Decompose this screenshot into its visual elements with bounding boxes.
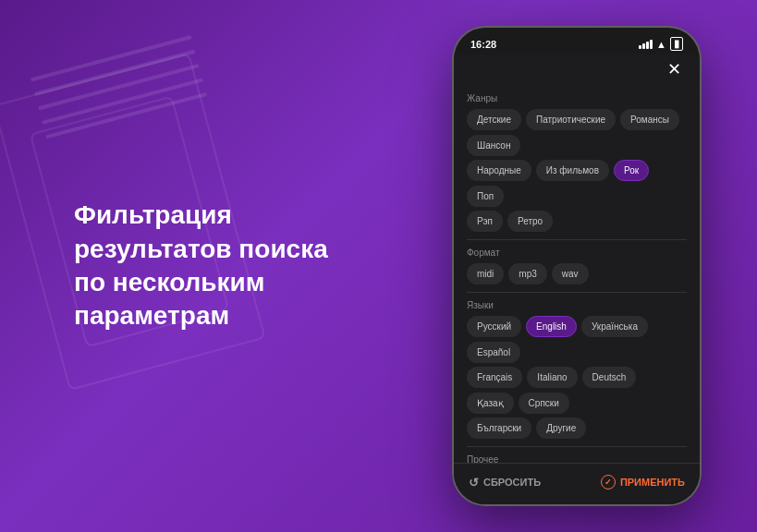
wifi-icon: ▲ [656, 39, 666, 50]
tag-mp3[interactable]: mp3 [508, 263, 546, 284]
reset-label: СБРОСИТЬ [483, 477, 541, 488]
hero-line-1: Фильтрация [74, 199, 370, 232]
signal-bars-icon [639, 40, 653, 49]
tag-поп[interactable]: Поп [467, 186, 504, 207]
tag-español[interactable]: Español [467, 342, 520, 363]
hero-line-2: результатов поиска [74, 233, 370, 266]
other-label: Прочее [467, 454, 687, 463]
tag-български[interactable]: Български [467, 417, 531, 439]
status-time: 16:28 [470, 39, 496, 50]
format-label: Формат [467, 248, 687, 258]
content-area: Фильтрация результатов поиска по несколь… [0, 0, 757, 532]
tag-патриотические[interactable]: Патриотические [526, 109, 616, 130]
languages-row-2: Français Italiano Deutsch Қазақ Српски [467, 367, 687, 414]
tag-українська[interactable]: Українська [581, 316, 648, 337]
apply-button[interactable]: ✓ ПРИМЕНИТЬ [601, 475, 685, 490]
divider-1 [467, 239, 687, 240]
phone-screen: ✕ Жанры Детские Патриотические Романсы Ш… [454, 54, 700, 504]
divider-2 [467, 292, 687, 293]
genres-row-2: Народные Из фильмов Рок Поп [467, 160, 687, 207]
languages-section: Языки Русский English Українська Español… [467, 300, 687, 439]
hero-line-4: параметрам [74, 299, 370, 332]
apply-label: ПРИМЕНИТЬ [620, 477, 685, 488]
tag-шансон[interactable]: Шансон [467, 135, 520, 156]
format-row-1: midi mp3 wav [467, 263, 687, 284]
tag-wav[interactable]: wav [552, 263, 589, 284]
tag-рок[interactable]: Рок [614, 160, 649, 181]
close-button[interactable]: ✕ [663, 58, 685, 80]
divider-3 [467, 446, 687, 447]
reset-button[interactable]: ↺ СБРОСИТЬ [469, 476, 541, 490]
languages-label: Языки [467, 300, 687, 310]
genres-row-1: Детские Патриотические Романсы Шансон [467, 109, 687, 156]
tag-из-фильмов[interactable]: Из фильмов [536, 160, 609, 181]
phone-notch [571, 35, 582, 46]
genres-row-3: Рэп Ретро [467, 211, 687, 232]
tag-midi[interactable]: midi [467, 263, 504, 284]
languages-row-3: Български Другие [467, 417, 687, 439]
format-section: Формат midi mp3 wav [467, 248, 687, 284]
languages-row-1: Русский English Українська Español [467, 316, 687, 363]
tag-народные[interactable]: Народные [467, 160, 531, 181]
apply-icon: ✓ [601, 475, 616, 490]
hero-text: Фильтрация результатов поиска по несколь… [74, 199, 370, 333]
tag-français[interactable]: Français [467, 367, 522, 388]
other-section: Прочее Только дуэты [467, 454, 687, 463]
tag-романсы[interactable]: Романсы [620, 109, 679, 130]
tag-српски[interactable]: Српски [519, 393, 569, 414]
screen-content: Жанры Детские Патриотические Романсы Шан… [454, 88, 700, 463]
genres-section: Жанры Детские Патриотические Романсы Шан… [467, 93, 687, 232]
tag-русский[interactable]: Русский [467, 316, 521, 337]
tag-қазақ[interactable]: Қазақ [467, 393, 514, 414]
tag-english[interactable]: English [526, 316, 577, 337]
screen-header: ✕ [454, 54, 700, 88]
phone-mockup: 16:28 ▲ ▮ ✕ Жанры [452, 26, 702, 506]
tag-другие[interactable]: Другие [536, 417, 586, 439]
genres-label: Жанры [467, 93, 687, 103]
hero-line-3: по нескольким [74, 266, 370, 299]
status-icons: ▲ ▮ [639, 37, 683, 51]
tag-рэп[interactable]: Рэп [467, 211, 503, 232]
tag-deutsch[interactable]: Deutsch [582, 367, 637, 388]
battery-icon: ▮ [670, 37, 683, 51]
tag-детские[interactable]: Детские [467, 109, 521, 130]
reset-icon: ↺ [469, 476, 479, 490]
phone-footer: ↺ СБРОСИТЬ ✓ ПРИМЕНИТЬ [454, 463, 700, 504]
tag-ретро[interactable]: Ретро [507, 211, 553, 232]
tag-italiano[interactable]: Italiano [527, 367, 577, 388]
